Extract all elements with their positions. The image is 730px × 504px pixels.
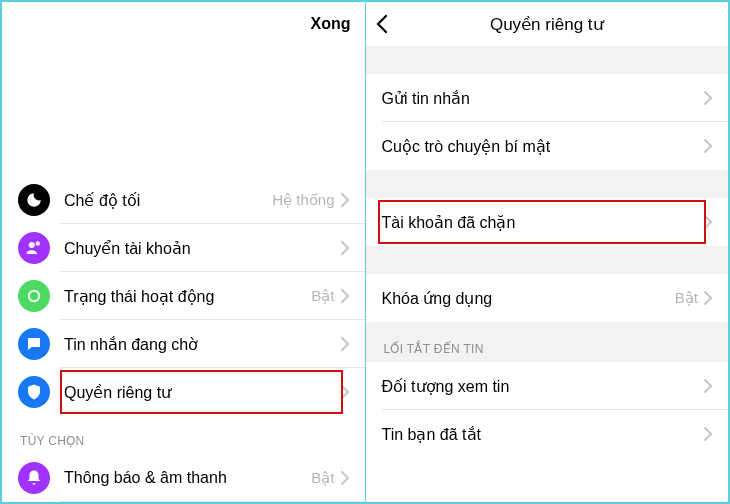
bell-icon <box>18 462 50 494</box>
row-app-lock[interactable]: Khóa ứng dụng Bật <box>366 274 729 322</box>
section-gap <box>366 170 729 198</box>
row-label: Cuộc trò chuyện bí mật <box>382 137 705 156</box>
chevron-right-icon <box>341 337 349 351</box>
row-send-message[interactable]: Gửi tin nhắn <box>366 74 729 122</box>
back-button[interactable] <box>376 14 388 34</box>
row-value: Hệ thống <box>272 191 334 209</box>
row-value: Bật <box>311 469 334 487</box>
header-right: Quyền riêng tư <box>366 2 729 46</box>
row-blocked-accounts[interactable]: Tài khoản đã chặn <box>366 198 729 246</box>
svg-point-5 <box>35 342 37 344</box>
row-label: Khóa ứng dụng <box>382 289 675 308</box>
row-label: Đối tượng xem tin <box>382 377 705 396</box>
row-secret-chat[interactable]: Cuộc trò chuyện bí mật <box>366 122 729 170</box>
moon-icon <box>18 184 50 216</box>
svg-point-2 <box>29 291 40 302</box>
chevron-right-icon <box>704 139 712 153</box>
row-label: Tin bạn đã tắt <box>382 425 705 444</box>
chevron-right-icon <box>704 427 712 441</box>
svg-point-0 <box>29 242 35 248</box>
done-button[interactable]: Xong <box>311 15 351 33</box>
row-label: Quyền riêng tư <box>64 383 341 402</box>
shield-icon <box>18 376 50 408</box>
chevron-right-icon <box>341 471 349 485</box>
row-message-requests[interactable]: Tin nhắn đang chờ <box>2 320 365 368</box>
row-label: Trạng thái hoạt động <box>64 287 311 306</box>
row-privacy[interactable]: Quyền riêng tư <box>2 368 365 416</box>
chevron-right-icon <box>341 193 349 207</box>
chevron-right-icon <box>341 289 349 303</box>
header-left: Xong <box>2 2 365 46</box>
chevron-right-icon <box>341 385 349 399</box>
section-label-options: TÙY CHỌN <box>2 416 365 454</box>
switch-account-icon <box>18 232 50 264</box>
row-story-audience[interactable]: Đối tượng xem tin <box>366 362 729 410</box>
section-gap <box>366 246 729 274</box>
svg-point-4 <box>33 342 35 344</box>
active-status-icon <box>18 280 50 312</box>
row-label: Chuyển tài khoản <box>64 239 341 258</box>
row-label: Thông báo & âm thanh <box>64 469 311 487</box>
spacer <box>2 46 365 176</box>
row-value: Bật <box>311 287 334 305</box>
message-icon <box>18 328 50 360</box>
svg-point-1 <box>36 241 41 246</box>
section-gap <box>366 46 729 74</box>
chevron-right-icon <box>704 291 712 305</box>
privacy-pane: Quyền riêng tư Gửi tin nhắn Cuộc trò chu… <box>366 2 729 502</box>
row-switch-account[interactable]: Chuyển tài khoản <box>2 224 365 272</box>
section-label-shortcuts: LỐI TẮT ĐẾN TIN <box>366 322 729 362</box>
row-label: Tin nhắn đang chờ <box>64 335 341 354</box>
chevron-right-icon <box>341 241 349 255</box>
chevron-right-icon <box>704 215 712 229</box>
row-label: Chế độ tối <box>64 191 272 210</box>
row-muted-stories[interactable]: Tin bạn đã tắt <box>366 410 729 458</box>
row-active-status[interactable]: Trạng thái hoạt động Bật <box>2 272 365 320</box>
svg-point-3 <box>31 342 33 344</box>
row-notifications[interactable]: Thông báo & âm thanh Bật <box>2 454 365 502</box>
row-label: Gửi tin nhắn <box>382 89 705 108</box>
row-label: Tài khoản đã chặn <box>382 213 705 232</box>
row-dark-mode[interactable]: Chế độ tối Hệ thống <box>2 176 365 224</box>
page-title: Quyền riêng tư <box>490 14 604 35</box>
chevron-right-icon <box>704 91 712 105</box>
chevron-right-icon <box>704 379 712 393</box>
settings-pane: Xong Chế độ tối Hệ thống Chuyển tài khoả… <box>2 2 366 502</box>
row-value: Bật <box>675 289 698 307</box>
